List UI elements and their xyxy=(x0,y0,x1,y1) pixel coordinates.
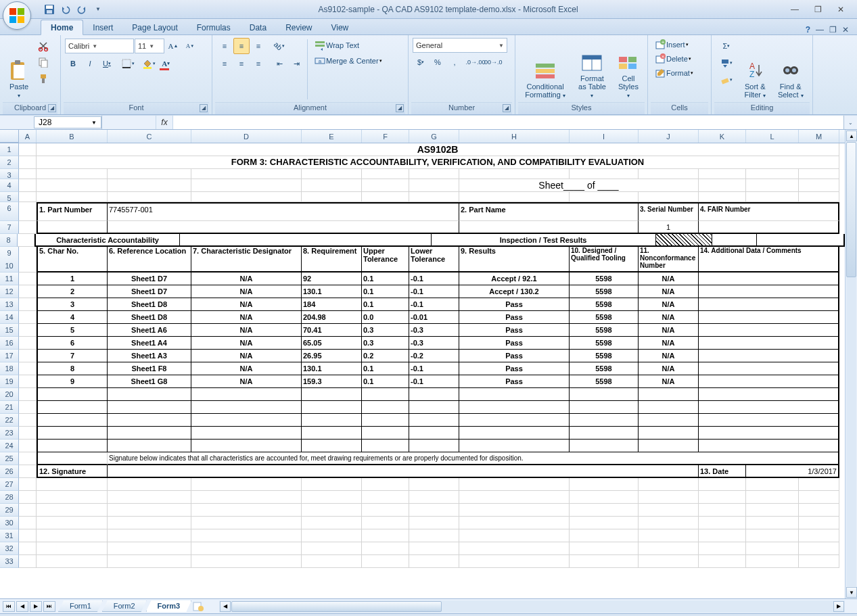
cell[interactable] xyxy=(302,491,362,504)
cell[interactable] xyxy=(699,555,746,568)
col-header[interactable]: A xyxy=(19,130,37,143)
cell[interactable] xyxy=(459,517,570,529)
cell[interactable] xyxy=(19,192,37,202)
cell[interactable]: 4. FAIR Number xyxy=(699,202,839,221)
cell[interactable]: 0.3 xyxy=(362,324,409,337)
cell[interactable] xyxy=(37,504,108,517)
clipboard-dialog-launcher[interactable]: ◢ xyxy=(48,104,56,112)
cell[interactable] xyxy=(19,529,37,542)
cell[interactable]: N/A xyxy=(639,362,699,375)
col-header[interactable]: C xyxy=(108,130,191,143)
row-header[interactable]: 14 xyxy=(0,311,19,324)
cell[interactable] xyxy=(108,504,191,517)
next-sheet-button[interactable]: ▶ xyxy=(30,601,42,612)
align-right-button[interactable]: ≡ xyxy=(250,55,267,72)
cell[interactable] xyxy=(699,491,746,504)
cell[interactable] xyxy=(639,427,699,440)
scroll-left-arrow[interactable]: ◀ xyxy=(220,601,231,612)
cell[interactable] xyxy=(191,504,302,517)
cell[interactable] xyxy=(19,427,37,440)
cell[interactable] xyxy=(37,555,108,568)
cell[interactable] xyxy=(746,179,799,192)
conditional-formatting-button[interactable]: Conditional Formatting ▾ xyxy=(519,38,571,101)
cell[interactable] xyxy=(191,427,302,440)
cell[interactable] xyxy=(108,401,191,414)
cell[interactable]: 3. Serial Number xyxy=(639,202,699,221)
cell[interactable] xyxy=(459,388,570,401)
bold-button[interactable]: B xyxy=(65,55,81,72)
cell[interactable] xyxy=(639,491,699,504)
cell[interactable] xyxy=(37,179,108,192)
cell[interactable] xyxy=(799,504,839,517)
cell[interactable] xyxy=(712,234,757,247)
cell[interactable] xyxy=(191,491,302,504)
cell[interactable]: 9. Results xyxy=(459,247,570,273)
cell[interactable] xyxy=(746,491,799,504)
cell[interactable]: 65.05 xyxy=(302,337,362,350)
cell[interactable] xyxy=(570,414,639,427)
cell[interactable]: N/A xyxy=(191,298,302,311)
cell[interactable] xyxy=(570,504,639,517)
cell[interactable] xyxy=(699,273,839,285)
cell[interactable] xyxy=(19,491,37,504)
cell[interactable] xyxy=(409,542,459,555)
cell[interactable]: 184 xyxy=(302,298,362,311)
cell[interactable]: Sheet____ of ____ xyxy=(459,179,699,192)
cell[interactable] xyxy=(19,465,37,478)
cell[interactable]: 5598 xyxy=(570,311,639,324)
cell[interactable] xyxy=(191,542,302,555)
cell[interactable] xyxy=(19,478,37,491)
cell[interactable] xyxy=(409,414,459,427)
cell[interactable] xyxy=(362,169,409,179)
cell[interactable] xyxy=(108,427,191,440)
shrink-font-button[interactable]: A▼ xyxy=(182,38,198,54)
font-size-combo[interactable]: 11▼ xyxy=(135,39,164,53)
row-header[interactable]: 7 xyxy=(0,221,19,234)
cell[interactable] xyxy=(362,427,409,440)
tab-data[interactable]: Data xyxy=(240,20,276,34)
row-header[interactable]: 28 xyxy=(0,491,19,504)
cell[interactable] xyxy=(459,192,570,202)
tab-review[interactable]: Review xyxy=(276,20,321,34)
cell[interactable]: Sheet1 D7 xyxy=(108,273,191,285)
cell[interactable] xyxy=(459,491,570,504)
cell[interactable] xyxy=(302,427,362,440)
cell[interactable]: -0.1 xyxy=(409,285,459,298)
cell[interactable] xyxy=(757,234,845,247)
row-header[interactable]: 15 xyxy=(0,324,19,337)
tab-page-layout[interactable]: Page Layout xyxy=(122,20,187,34)
cell[interactable] xyxy=(409,440,459,452)
merge-center-button[interactable]: aMerge & Center ▾ xyxy=(310,53,386,68)
cell[interactable]: Pass xyxy=(459,337,570,350)
cell[interactable] xyxy=(409,179,459,192)
sort-filter-button[interactable]: AZSort & Filter ▾ xyxy=(739,38,771,101)
underline-button[interactable]: U ▾ xyxy=(99,55,115,72)
cell[interactable] xyxy=(19,179,37,192)
cell[interactable]: Sheet1 D7 xyxy=(108,285,191,298)
cell[interactable] xyxy=(639,401,699,414)
delete-cells-button[interactable]: ×Delete ▾ xyxy=(652,52,707,66)
cell[interactable] xyxy=(19,247,37,273)
cell[interactable] xyxy=(570,401,639,414)
cell[interactable]: 7745577-001 xyxy=(108,202,459,221)
scroll-right-arrow[interactable]: ▶ xyxy=(833,601,844,612)
formula-input[interactable] xyxy=(173,116,843,129)
cell[interactable]: 0.1 xyxy=(362,298,409,311)
cell[interactable]: -0.3 xyxy=(409,324,459,337)
cell[interactable] xyxy=(639,529,699,542)
font-color-button[interactable]: A▾ xyxy=(158,55,174,72)
row-header[interactable]: 6 xyxy=(0,202,19,221)
cell[interactable]: 3 xyxy=(37,298,108,311)
cell[interactable] xyxy=(362,414,409,427)
cell[interactable]: Sheet1 D8 xyxy=(108,298,191,311)
cell[interactable] xyxy=(37,517,108,529)
cell[interactable] xyxy=(19,542,37,555)
cell[interactable]: N/A xyxy=(191,311,302,324)
cell[interactable] xyxy=(570,440,639,452)
cell[interactable] xyxy=(108,517,191,529)
cell[interactable] xyxy=(570,169,639,179)
row-header[interactable]: 22 xyxy=(0,414,19,427)
row-header[interactable]: 16 xyxy=(0,337,19,350)
cell[interactable] xyxy=(108,478,191,491)
cell[interactable] xyxy=(409,517,459,529)
